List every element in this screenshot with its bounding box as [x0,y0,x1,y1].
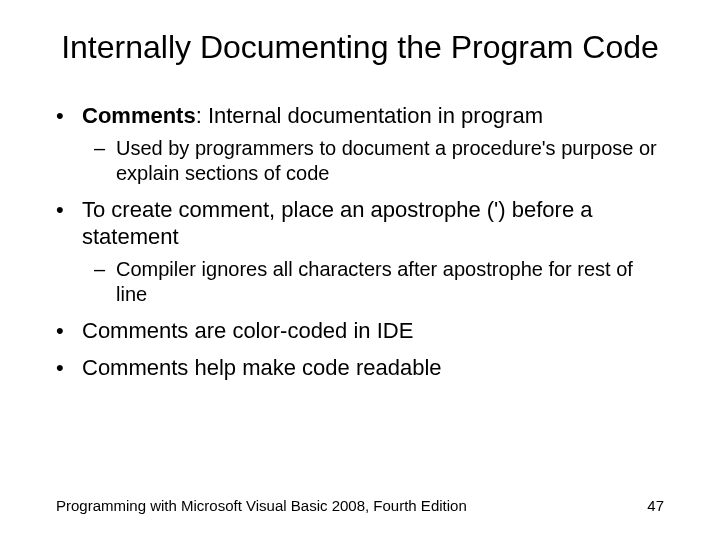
slide: Internally Documenting the Program Code … [0,0,720,540]
sub-item-1-1: – Used by programmers to document a proc… [94,136,664,186]
term-comments: Comments [82,103,196,128]
footer: Programming with Microsoft Visual Basic … [56,497,664,514]
bullet-glyph: • [56,317,82,345]
bullet-item-3: • Comments are color-coded in IDE [56,317,664,345]
bullet-glyph: • [56,102,82,130]
slide-body: • Comments: Internal documentation in pr… [56,102,664,382]
bullet-item-4: • Comments help make code readable [56,354,664,382]
bullet-list: • Comments: Internal documentation in pr… [56,102,664,382]
sub-item-2-1: – Compiler ignores all characters after … [94,257,664,307]
dash-glyph: – [94,257,116,282]
footer-source: Programming with Microsoft Visual Basic … [56,497,467,514]
bullet-glyph: • [56,354,82,382]
bullet-item-1: • Comments: Internal documentation in pr… [56,102,664,186]
bullet-text-2: To create comment, place an apostrophe (… [82,196,664,251]
bullet-text-4: Comments help make code readable [82,354,664,382]
page-number: 47 [647,497,664,514]
sub-text-2-1: Compiler ignores all characters after ap… [116,257,664,307]
bullet-text-1: Comments: Internal documentation in prog… [82,102,664,130]
bullet-glyph: • [56,196,82,224]
slide-title: Internally Documenting the Program Code [56,28,664,66]
sub-text-1-1: Used by programmers to document a proced… [116,136,664,186]
dash-glyph: – [94,136,116,161]
sub-list-1: – Used by programmers to document a proc… [56,136,664,186]
bullet-text-1-rest: : Internal documentation in program [196,103,543,128]
bullet-item-2: • To create comment, place an apostrophe… [56,196,664,307]
sub-list-2: – Compiler ignores all characters after … [56,257,664,307]
bullet-text-3: Comments are color-coded in IDE [82,317,664,345]
